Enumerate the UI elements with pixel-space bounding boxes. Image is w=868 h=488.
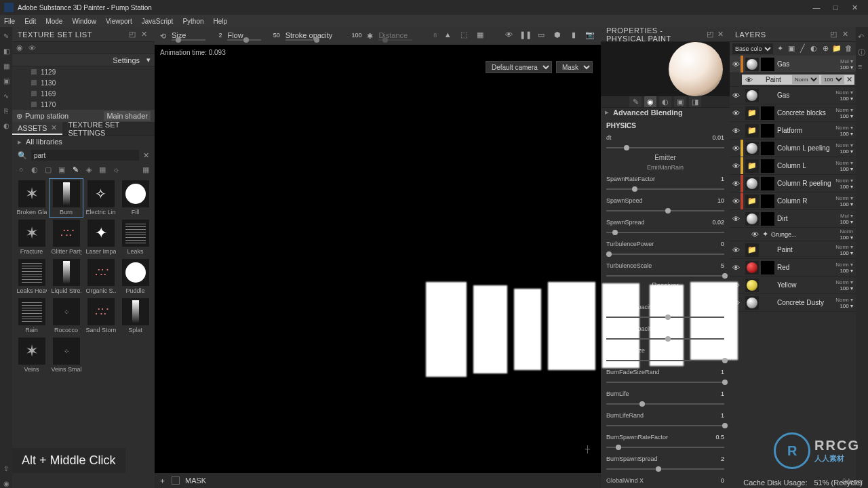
- asset-item[interactable]: Leaks Heavy: [15, 258, 48, 296]
- undock-icon[interactable]: ◰: [707, 30, 714, 39]
- asset-item[interactable]: Rain: [15, 297, 48, 335]
- add-group-icon[interactable]: ⊕: [821, 44, 830, 54]
- layer-visibility-icon[interactable]: 👁: [731, 92, 741, 100]
- viewport[interactable]: Animation time: 0.093 Default camera Mas…: [155, 45, 601, 473]
- asset-item[interactable]: ✶Broken Glass: [15, 179, 48, 217]
- clone-tool-icon[interactable]: ⎘: [2, 107, 10, 115]
- texture-set-item[interactable]: 1129: [12, 66, 155, 77]
- channel-select[interactable]: Base colo: [732, 43, 773, 54]
- layer-row[interactable]: 👁Column L peelingNorm ▾100 ▾: [730, 140, 856, 157]
- layer-visibility-icon[interactable]: 👁: [731, 180, 741, 188]
- eraser-tool-icon[interactable]: ◧: [2, 47, 10, 56]
- layer-visibility-icon[interactable]: 👁: [731, 127, 741, 135]
- layer-visibility-icon[interactable]: 👁: [731, 215, 741, 223]
- layer-row[interactable]: 👁📁Column RNorm ▾100 ▾: [730, 192, 856, 210]
- texture-set-item[interactable]: 1169: [12, 88, 155, 99]
- asset-item[interactable]: ⁘Rococco: [50, 297, 83, 335]
- asset-item[interactable]: Leaks: [119, 218, 152, 256]
- layer-visibility-icon[interactable]: 👁: [731, 197, 741, 205]
- menu-python[interactable]: Python: [182, 18, 203, 25]
- alignment-icon[interactable]: ⬚: [458, 30, 469, 41]
- alpha-mode-icon[interactable]: ◉: [644, 96, 656, 107]
- viewer-settings-icon[interactable]: ⬢: [552, 30, 563, 41]
- export-icon[interactable]: ⇪: [2, 465, 10, 473]
- property-slider[interactable]: [606, 251, 724, 258]
- close-panel-icon[interactable]: ✕: [841, 30, 850, 39]
- log-icon[interactable]: ≡: [858, 62, 866, 70]
- pause-icon[interactable]: ❚❚: [519, 30, 530, 41]
- layer-row[interactable]: 👁📁Concrete blocksNorm ▾100 ▾: [730, 104, 856, 122]
- fill-tool-icon[interactable]: ▣: [2, 77, 10, 85]
- all-libraries-row[interactable]: ▸ All libraries: [12, 136, 155, 148]
- close-button[interactable]: ✕: [845, 3, 864, 12]
- asset-item[interactable]: ✧Electric Lines: [84, 179, 117, 217]
- minimize-button[interactable]: —: [807, 3, 826, 12]
- filter-material-icon[interactable]: ◐: [30, 165, 39, 174]
- undock-icon[interactable]: ◰: [829, 30, 838, 39]
- layer-row[interactable]: 👁GasMul ▾100 ▾: [730, 56, 856, 73]
- menu-viewport[interactable]: Viewport: [106, 18, 132, 25]
- render-icon[interactable]: ◉: [2, 480, 10, 488]
- layer-visibility-icon[interactable]: 👁: [731, 60, 741, 68]
- filter-alpha-icon[interactable]: ◈: [84, 165, 94, 174]
- visibility-all-icon[interactable]: ◉: [16, 43, 24, 52]
- stroke-opacity-control[interactable]: Stroke opacity100: [285, 31, 362, 41]
- layer-row[interactable]: 👁Column R peelingNorm ▾100 ▾: [730, 175, 856, 192]
- material-mode-icon[interactable]: ◨: [689, 96, 701, 107]
- layer-row[interactable]: 👁DirtMul ▾100 ▾: [730, 210, 856, 228]
- add-effect-icon[interactable]: ✦: [776, 44, 785, 54]
- layer-visibility-icon[interactable]: 👁: [731, 264, 741, 272]
- asset-search-input[interactable]: [31, 150, 139, 161]
- layer-visibility-icon[interactable]: 👁: [731, 162, 741, 170]
- grid-icon[interactable]: ▦: [475, 30, 486, 41]
- asset-item[interactable]: Burn: [50, 179, 83, 217]
- clear-search-icon[interactable]: ✕: [143, 151, 149, 160]
- advanced-blending-row[interactable]: ▸ Advanced Blending: [601, 108, 730, 117]
- asset-item[interactable]: ∴∵Organic S...: [84, 258, 117, 296]
- asset-item[interactable]: ∴∵Sand Storm: [84, 297, 117, 335]
- filter-all-icon[interactable]: ○: [16, 165, 26, 174]
- delete-layer-icon[interactable]: 🗑: [844, 44, 853, 54]
- asset-item[interactable]: ∴∵Glitter Party: [50, 218, 83, 256]
- camera-icon[interactable]: ▮: [568, 30, 579, 41]
- projection-tool-icon[interactable]: ▦: [2, 62, 10, 70]
- mask-select[interactable]: Mask: [556, 61, 593, 73]
- texture-set-item[interactable]: 1130: [12, 77, 155, 88]
- menu-mode[interactable]: Mode: [45, 18, 62, 25]
- layer-visibility-icon[interactable]: 👁: [750, 230, 760, 239]
- camera-select[interactable]: Default camera: [486, 61, 552, 73]
- stencil-mode-icon[interactable]: ◐: [659, 96, 671, 107]
- mask-chip[interactable]: [172, 476, 180, 485]
- asset-item[interactable]: ⁘Veins Small: [50, 336, 83, 374]
- layer-row[interactable]: 👁📁Column LNorm ▾100 ▾: [730, 157, 856, 175]
- view-mode-icon[interactable]: 👁: [503, 30, 514, 41]
- brush-mode-icon[interactable]: ✎: [629, 96, 642, 107]
- layer-visibility-icon[interactable]: 👁: [731, 144, 741, 152]
- close-panel-icon[interactable]: ✕: [140, 30, 149, 39]
- layer-visibility-icon[interactable]: 👁: [744, 76, 753, 84]
- property-slider[interactable]: [606, 379, 724, 386]
- visibility-icon[interactable]: 👁: [28, 44, 37, 52]
- layer-visibility-icon[interactable]: 👁: [731, 246, 741, 254]
- filter-brush-icon[interactable]: ✎: [71, 165, 80, 174]
- asset-item[interactable]: ✦Laser Impact: [84, 218, 117, 256]
- asset-item[interactable]: Splat: [119, 297, 152, 335]
- filter-smart-icon[interactable]: ▢: [43, 165, 53, 174]
- property-slider[interactable]: [606, 229, 724, 236]
- property-slider[interactable]: [606, 186, 724, 192]
- smudge-tool-icon[interactable]: ∿: [2, 92, 10, 100]
- tab-assets[interactable]: ASSETS ✕: [12, 122, 62, 135]
- filter-env-icon[interactable]: ☼: [111, 165, 121, 174]
- fill-mode-icon[interactable]: ▣: [674, 96, 686, 107]
- asset-item[interactable]: Liquid Stre...: [50, 258, 83, 296]
- distance-control[interactable]: Distance8: [378, 31, 437, 41]
- menu-help[interactable]: Help: [214, 18, 228, 25]
- layer-row[interactable]: 👁GasNorm ▾100 ▾: [730, 87, 856, 104]
- close-panel-icon[interactable]: ✕: [717, 30, 724, 39]
- brush-tool-icon[interactable]: ✎: [2, 33, 10, 41]
- property-slider[interactable]: [606, 207, 724, 214]
- maximize-button[interactable]: □: [826, 3, 845, 12]
- property-slider[interactable]: [606, 466, 724, 472]
- filter-texture-icon[interactable]: ▦: [98, 165, 107, 174]
- layer-sub-row[interactable]: 👁✎PaintNorm100✕: [730, 73, 856, 87]
